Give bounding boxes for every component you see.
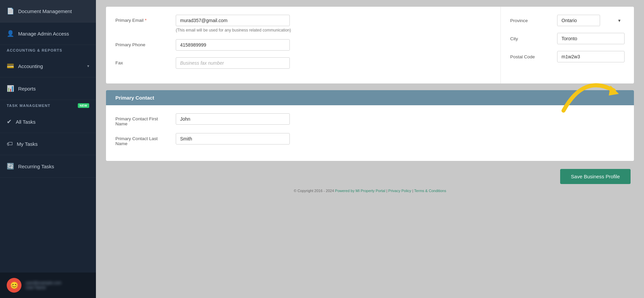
fax-row: Fax <box>115 57 491 69</box>
primary-phone-input[interactable] <box>176 39 290 51</box>
primary-email-group: (This email will be used for any busines… <box>176 15 291 33</box>
save-button-area: Save Business Profile <box>106 169 634 184</box>
sidebar-item-my-tasks-label: My Tasks <box>17 141 38 147</box>
fax-input[interactable] <box>176 57 290 69</box>
left-col: Primary Email * (This email will be used… <box>106 7 501 83</box>
sidebar-item-document-management[interactable]: 📄 Document Management <box>0 0 96 22</box>
sidebar-item-my-tasks[interactable]: 🏷 My Tasks <box>0 133 96 155</box>
right-col: Province Ontario British Columbia Albert… <box>501 7 634 83</box>
user-info: user@example.comUser Name <box>25 281 61 290</box>
postal-code-row: Postal Code <box>510 51 625 62</box>
contact-first-name-input[interactable] <box>176 113 290 125</box>
primary-email-row: Primary Email * (This email will be used… <box>115 15 491 33</box>
sidebar-item-recurring-tasks[interactable]: 🔄 Recurring Tasks <box>0 155 96 178</box>
contact-info-section: Primary Email * (This email will be used… <box>106 7 634 83</box>
sidebar-item-reports-label: Reports <box>18 86 36 92</box>
recurring-icon: 🔄 <box>7 163 14 170</box>
contact-first-name-label: Primary Contact First Name <box>115 113 169 126</box>
province-row: Province Ontario British Columbia Albert… <box>510 15 625 26</box>
sidebar-item-reports[interactable]: 📊 Reports <box>0 77 96 100</box>
province-label: Province <box>510 18 550 23</box>
contact-last-name-row: Primary Contact Last Name <box>115 133 625 146</box>
all-tasks-icon: ✔ <box>7 118 12 125</box>
primary-contact-header: Primary Contact <box>106 90 634 105</box>
avatar: 😊 <box>7 278 21 293</box>
sidebar-item-accounting-label: Accounting <box>18 63 43 69</box>
reports-icon: 📊 <box>7 85 14 92</box>
primary-email-input[interactable] <box>176 15 290 26</box>
footer: © Copyright 2016 - 2024 Powered by MI Pr… <box>106 184 634 194</box>
sidebar-item-all-tasks-label: All Tasks <box>16 119 36 125</box>
sidebar-item-manage-admin-access[interactable]: 👤 Manage Admin Access <box>0 22 96 45</box>
save-business-profile-button[interactable]: Save Business Profile <box>560 169 631 184</box>
primary-email-hint: (This email will be used for any busines… <box>176 28 291 33</box>
contact-last-name-label: Primary Contact Last Name <box>115 133 169 146</box>
sidebar-item-accounting[interactable]: 💳 Accounting ▾ <box>0 55 96 77</box>
sidebar-item-recurring-tasks-label: Recurring Tasks <box>18 164 54 169</box>
sidebar-user-area: 😊 user@example.comUser Name <box>0 273 96 298</box>
my-tasks-icon: 🏷 <box>7 140 13 147</box>
sidebar-item-document-management-label: Document Management <box>18 8 72 14</box>
city-input[interactable] <box>557 33 625 44</box>
primary-contact-fields: Primary Contact First Name Primary Conta… <box>106 105 634 161</box>
contact-info-two-col: Primary Email * (This email will be used… <box>106 7 634 83</box>
primary-phone-label: Primary Phone <box>115 39 169 47</box>
contact-first-name-row: Primary Contact First Name <box>115 113 625 126</box>
new-badge: NEW <box>78 103 90 108</box>
postal-code-label: Postal Code <box>510 54 550 59</box>
primary-contact-section: Primary Contact Primary Contact First Na… <box>106 90 634 161</box>
powered-by-link[interactable]: Powered by MI Property Portal <box>335 189 385 193</box>
province-select[interactable]: Ontario British Columbia Alberta Quebec <box>557 15 600 26</box>
chevron-down-icon: ▾ <box>87 64 89 68</box>
document-icon: 📄 <box>7 7 14 15</box>
admin-icon: 👤 <box>7 30 14 37</box>
city-row: City <box>510 33 625 44</box>
sidebar-item-all-tasks[interactable]: ✔ All Tasks <box>0 111 96 133</box>
city-label: City <box>510 36 550 41</box>
sidebar: 📄 Document Management 👤 Manage Admin Acc… <box>0 0 96 298</box>
privacy-policy-link[interactable]: Privacy Policy <box>388 189 411 193</box>
required-marker: * <box>145 18 147 23</box>
main-content: Primary Email * (This email will be used… <box>96 0 644 298</box>
sidebar-item-manage-admin-access-label: Manage Admin Access <box>18 31 69 37</box>
terms-link[interactable]: Terms & Conditions <box>414 189 446 193</box>
postal-code-input[interactable] <box>557 51 625 62</box>
task-management-section-header: TASK MANAGEMENT NEW <box>0 100 96 111</box>
province-select-wrapper: Ontario British Columbia Alberta Quebec <box>557 15 625 26</box>
fax-label: Fax <box>115 57 169 65</box>
contact-last-name-input[interactable] <box>176 133 290 144</box>
accounting-reports-section-header: ACCOUNTING & REPORTS <box>0 45 96 55</box>
primary-phone-row: Primary Phone <box>115 39 491 51</box>
accounting-icon: 💳 <box>7 62 14 70</box>
primary-email-label: Primary Email * <box>115 15 169 23</box>
